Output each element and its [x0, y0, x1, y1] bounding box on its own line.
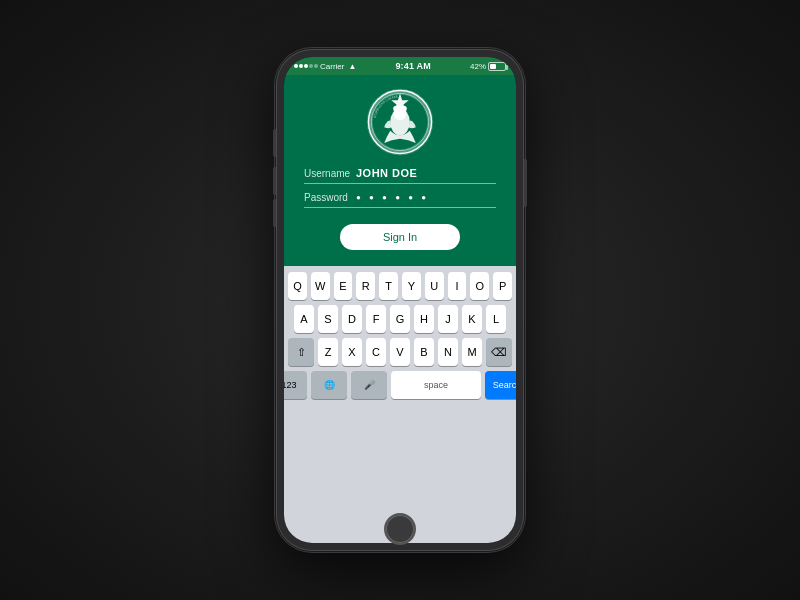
numbers-key[interactable]: 123 — [284, 371, 307, 399]
password-label: Password — [304, 192, 356, 203]
battery-icon — [488, 62, 506, 71]
username-label: Username — [304, 168, 356, 179]
key-p[interactable]: P — [493, 272, 512, 300]
key-j[interactable]: J — [438, 305, 458, 333]
username-value: JOHN DOE — [356, 167, 417, 179]
key-n[interactable]: N — [438, 338, 458, 366]
backspace-key[interactable]: ⌫ — [486, 338, 512, 366]
carrier-label: Carrier — [320, 62, 344, 71]
key-o[interactable]: O — [470, 272, 489, 300]
key-e[interactable]: E — [334, 272, 353, 300]
home-button[interactable] — [384, 513, 416, 545]
key-s[interactable]: S — [318, 305, 338, 333]
carrier-area: Carrier ▲ — [294, 62, 356, 71]
time-display: 9:41 AM — [395, 61, 431, 71]
phone-frame: Carrier ▲ 9:41 AM 42% — [276, 49, 524, 551]
key-y[interactable]: Y — [402, 272, 421, 300]
wifi-icon: ▲ — [348, 62, 356, 71]
keyboard-row-1: Q W E R T Y U I O P — [288, 272, 512, 300]
key-x[interactable]: X — [342, 338, 362, 366]
key-u[interactable]: U — [425, 272, 444, 300]
key-d[interactable]: D — [342, 305, 362, 333]
key-v[interactable]: V — [390, 338, 410, 366]
key-w[interactable]: W — [311, 272, 330, 300]
key-c[interactable]: C — [366, 338, 386, 366]
keyboard-row-2: A S D F G H J K L — [288, 305, 512, 333]
green-header: STARBUCKS COFFEE Username JOHN DOE Passw… — [284, 75, 516, 266]
screen-bezel: Carrier ▲ 9:41 AM 42% — [284, 57, 516, 543]
starbucks-logo: STARBUCKS COFFEE — [365, 87, 435, 157]
sign-in-button[interactable]: Sign In — [340, 224, 460, 250]
battery-fill — [490, 64, 496, 69]
mic-key[interactable]: 🎤 — [351, 371, 387, 399]
shift-key[interactable]: ⇧ — [288, 338, 314, 366]
key-m[interactable]: M — [462, 338, 482, 366]
keyboard: Q W E R T Y U I O P A S D F G — [284, 266, 516, 543]
signal-icon — [294, 64, 318, 68]
username-field[interactable]: Username JOHN DOE — [304, 167, 496, 184]
status-bar: Carrier ▲ 9:41 AM 42% — [284, 57, 516, 75]
space-key[interactable]: space — [391, 371, 481, 399]
key-f[interactable]: F — [366, 305, 386, 333]
keyboard-bottom-row: 123 🌐 🎤 space Search — [288, 371, 512, 399]
key-k[interactable]: K — [462, 305, 482, 333]
key-a[interactable]: A — [294, 305, 314, 333]
search-key[interactable]: Search — [485, 371, 516, 399]
app-screen: STARBUCKS COFFEE Username JOHN DOE Passw… — [284, 75, 516, 543]
battery-area: 42% — [470, 62, 506, 71]
key-l[interactable]: L — [486, 305, 506, 333]
password-field[interactable]: Password ● ● ● ● ● ● — [304, 192, 496, 208]
globe-key[interactable]: 🌐 — [311, 371, 347, 399]
key-t[interactable]: T — [379, 272, 398, 300]
key-i[interactable]: I — [448, 272, 467, 300]
key-h[interactable]: H — [414, 305, 434, 333]
battery-percent: 42% — [470, 62, 486, 71]
keyboard-row-3: ⇧ Z X C V B N M ⌫ — [288, 338, 512, 366]
key-r[interactable]: R — [356, 272, 375, 300]
password-dots: ● ● ● ● ● ● — [356, 193, 429, 202]
key-q[interactable]: Q — [288, 272, 307, 300]
key-b[interactable]: B — [414, 338, 434, 366]
key-z[interactable]: Z — [318, 338, 338, 366]
key-g[interactable]: G — [390, 305, 410, 333]
